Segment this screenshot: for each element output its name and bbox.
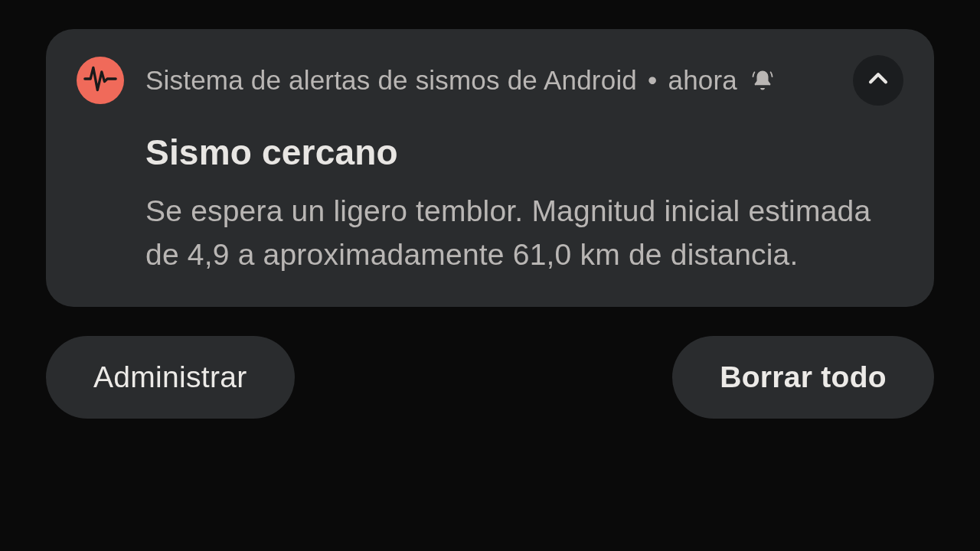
notification-title: Sismo cercano xyxy=(145,132,903,173)
collapse-button[interactable] xyxy=(853,55,903,106)
notification-body: Sismo cercano Se espera un ligero temblo… xyxy=(145,132,903,276)
separator: • xyxy=(648,65,657,96)
clear-all-button[interactable]: Borrar todo xyxy=(672,336,934,419)
app-name-label: Sistema de alertas de sismos de Android xyxy=(145,65,637,96)
chevron-up-icon xyxy=(865,66,891,95)
notification-card[interactable]: Sistema de alertas de sismos de Android … xyxy=(46,29,934,307)
notification-actions: Administrar Borrar todo xyxy=(46,336,934,419)
notification-time: ahora xyxy=(668,65,738,96)
notification-header: Sistema de alertas de sismos de Android … xyxy=(77,55,903,106)
notification-text: Se espera un ligero temblor. Magnitud in… xyxy=(145,190,903,276)
bell-ringing-icon xyxy=(751,69,774,92)
seismic-wave-icon xyxy=(83,62,117,99)
app-icon xyxy=(77,57,124,104)
manage-button[interactable]: Administrar xyxy=(46,336,295,419)
notification-source-line: Sistema de alertas de sismos de Android … xyxy=(145,65,831,96)
